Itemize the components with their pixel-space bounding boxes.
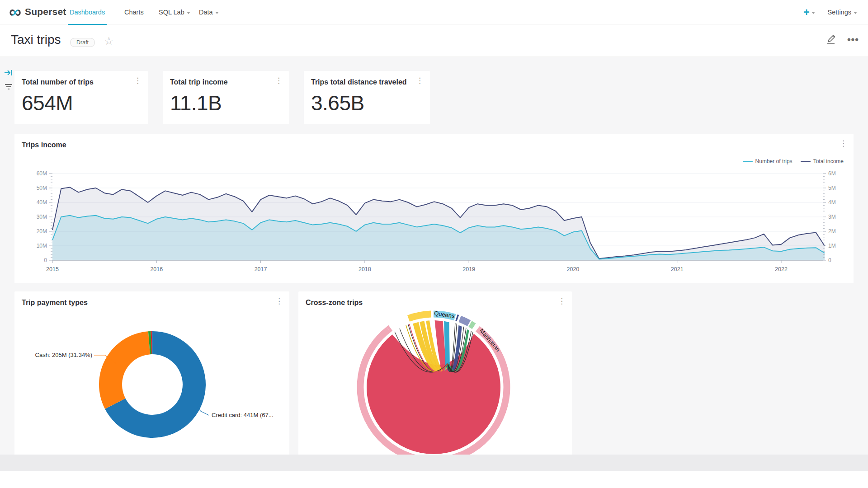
favorite-star-icon[interactable]: ☆ [104,35,114,47]
kpi-value: 3.65B [311,91,364,115]
top-nav: ∞ Superset Dashboards Charts SQL Lab Dat… [0,0,868,24]
filter-icon[interactable] [4,83,13,90]
payment-types-donut-chart[interactable]: Cash: 205M (31.34%)Credit card: 441M (67… [14,291,289,465]
kpi-title: Total trip income [170,78,228,86]
kpi-value: 11.1B [170,91,222,115]
svg-text:0: 0 [828,257,831,263]
svg-text:2022: 2022 [775,266,788,272]
chart-card-cross-zone-trips: Cross-zone trips ⋮ QueensManhattan [298,291,572,465]
svg-text:2018: 2018 [359,266,371,272]
edit-pencil-icon[interactable] [826,33,837,46]
svg-text:10M: 10M [37,243,47,249]
kpi-card-total-distance: Trips total distance traveled ⋮ 3.65B [304,71,430,124]
svg-text:2021: 2021 [671,266,684,272]
svg-text:2019: 2019 [462,266,475,272]
trips-income-area-chart[interactable]: 010M20M30M40M50M60M01M2M3M4M5M6M20152016… [14,167,854,279]
chart-title: Trips income [22,141,66,149]
nav-tab-label: SQL Lab [159,9,184,16]
superset-dashboard-page: ∞ Superset Dashboards Charts SQL Lab Dat… [0,0,868,488]
chevron-down-icon [215,12,219,14]
settings-label: Settings [828,9,851,16]
kpi-title: Total number of trips [22,78,94,86]
svg-text:1M: 1M [828,243,836,249]
nav-tab-label: Charts [124,9,144,16]
plus-icon: + [803,8,809,17]
kebab-menu-icon[interactable]: ⋮ [416,76,424,85]
kebab-menu-icon[interactable]: ⋮ [275,76,283,85]
legend-swatch [743,161,753,162]
expand-filter-bar-icon[interactable] [4,69,13,77]
svg-text:Credit card: 441M (67...: Credit card: 441M (67... [212,412,274,418]
brand-name: Superset [25,6,66,17]
legend-item-number-of-trips[interactable]: Number of trips [743,158,793,164]
svg-text:30M: 30M [37,214,47,220]
kpi-card-total-trips: Total number of trips ⋮ 654M [14,71,148,124]
settings-menu[interactable]: Settings [828,9,857,16]
legend-label: Number of trips [755,158,793,164]
kpi-card-trip-income: Total trip income ⋮ 11.1B [163,71,289,124]
svg-text:3M: 3M [828,214,836,220]
svg-text:Cash: 205M (31.34%): Cash: 205M (31.34%) [35,352,92,358]
svg-text:2020: 2020 [567,266,580,272]
svg-text:2M: 2M [828,228,836,235]
cross-zone-chord-chart[interactable]: QueensManhattan [298,291,572,465]
svg-text:20M: 20M [37,228,47,235]
svg-text:40M: 40M [37,199,47,206]
chart-card-trips-income: Trips income ⋮ Number of trips Total inc… [14,134,854,283]
chevron-down-icon [854,12,857,14]
svg-text:2015: 2015 [46,266,59,272]
chart-legend: Number of trips Total income [743,158,844,164]
new-item-button[interactable]: + [803,8,815,17]
nav-tab-data[interactable]: Data [197,0,221,24]
svg-text:60M: 60M [37,170,47,177]
dashboard-header: Taxi trips Draft ☆ ••• [0,25,868,56]
kpi-title: Trips total distance traveled [311,78,407,86]
kpi-value: 654M [22,91,73,115]
nav-tab-sql-lab[interactable]: SQL Lab [157,0,192,24]
superset-logo[interactable]: ∞ Superset [9,4,66,20]
nav-tab-label: Dashboards [70,9,105,16]
nav-tab-charts[interactable]: Charts [123,0,146,24]
legend-item-total-income[interactable]: Total income [801,158,844,164]
chevron-down-icon [187,12,190,14]
svg-text:2017: 2017 [255,266,267,272]
svg-text:4M: 4M [828,199,836,206]
chevron-down-icon [811,12,815,14]
dashboard-grid: Total number of trips ⋮ 654M Total trip … [0,57,868,471]
svg-text:Queens: Queens [434,310,455,320]
status-badge: Draft [70,38,95,47]
more-actions-icon[interactable]: ••• [847,33,859,47]
nav-tab-dashboards[interactable]: Dashboards [68,0,107,24]
svg-text:5M: 5M [828,185,836,191]
kebab-menu-icon[interactable]: ⋮ [134,76,142,85]
kebab-menu-icon[interactable]: ⋮ [840,139,847,148]
superset-infinity-icon: ∞ [9,4,21,20]
legend-swatch [801,161,811,162]
svg-text:2016: 2016 [150,266,163,272]
svg-text:50M: 50M [37,185,47,191]
svg-text:0: 0 [44,257,47,263]
legend-label: Total income [813,158,844,164]
chart-card-trip-payment-types: Trip payment types ⋮ Cash: 205M (31.34%)… [14,291,289,465]
page-title: Taxi trips [11,33,61,47]
nav-tab-label: Data [199,9,213,16]
svg-text:6M: 6M [828,170,836,177]
bottom-strip [0,455,868,471]
